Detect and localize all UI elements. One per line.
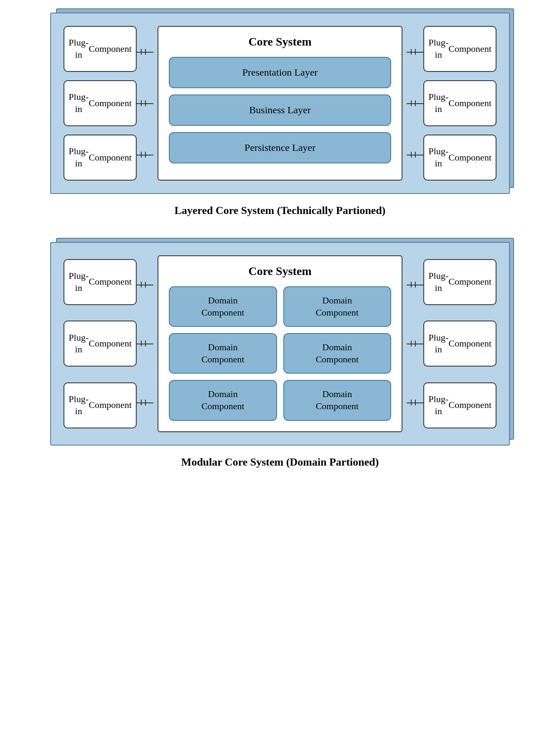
diagram1-caption: Layered Core System (Technically Partion… (50, 204, 510, 217)
diagram2-outer-box: Plug-in Component Plug-in Component Plug… (50, 242, 510, 446)
domain-3: DomainComponent (169, 333, 277, 374)
d2-right-plugin-2: Plug-in Component (423, 321, 496, 367)
left-plugin-3: Plug-in Component (64, 135, 137, 181)
diagram1-left-plugins: Plug-in Component Plug-in Component Plug… (64, 26, 137, 181)
right-connector-2 (407, 97, 423, 110)
left-connector-3 (137, 148, 153, 161)
left-connector-2 (137, 97, 153, 110)
diagram2-container: Plug-in Component Plug-in Component Plug… (50, 242, 510, 485)
left-plugin-1: Plug-in Component (64, 26, 137, 72)
diagram1-content: Plug-in Component Plug-in Component Plug… (64, 26, 496, 181)
left-connector-1 (137, 46, 153, 58)
domain-1: DomainComponent (169, 286, 277, 327)
left-plugin-2: Plug-in Component (64, 80, 137, 126)
diagram1-container: Plug-in Component Plug-in Component Plug… (50, 13, 510, 234)
d2-right-plugin-3: Plug-in Component (423, 382, 496, 428)
d2-right-connector-1 (407, 278, 423, 291)
layer-business: Business Layer (169, 94, 391, 126)
d2-left-connector-2 (137, 337, 153, 350)
diagram2-right-plugins: Plug-in Component Plug-in Component Plug… (423, 255, 496, 432)
right-plugin-2: Plug-in Component (423, 80, 496, 126)
diagram1-core-title: Core System (169, 35, 391, 48)
diagram2-right-connectors (407, 255, 423, 432)
domain-2: DomainComponent (283, 286, 392, 327)
layer-presentation: Presentation Layer (169, 57, 391, 88)
diagram2-left-plugins: Plug-in Component Plug-in Component Plug… (64, 255, 137, 432)
right-connector-1 (407, 46, 423, 58)
diagram1-left-connectors (137, 26, 153, 181)
d2-right-plugin-1: Plug-in Component (423, 259, 496, 305)
right-connector-3 (407, 148, 423, 161)
diagram1-right-connectors (407, 26, 423, 181)
diagram1-core-col: Core System Presentation Layer Business … (153, 26, 407, 181)
layer-persistence: Persistence Layer (169, 132, 391, 163)
domain-grid: DomainComponent DomainComponent DomainCo… (169, 286, 391, 421)
diagram2-core-title: Core System (169, 265, 391, 278)
d2-left-plugin-3: Plug-in Component (64, 382, 137, 428)
diagram2-left-connectors (137, 255, 153, 432)
d2-left-connector-1 (137, 278, 153, 291)
diagram2-core-box: Core System DomainComponent DomainCompon… (158, 255, 402, 432)
domain-5: DomainComponent (169, 380, 277, 420)
right-plugin-3: Plug-in Component (423, 135, 496, 181)
diagram1-core-box: Core System Presentation Layer Business … (158, 26, 402, 181)
domain-4: DomainComponent (283, 333, 392, 374)
diagram2-core-col: Core System DomainComponent DomainCompon… (153, 255, 407, 432)
d2-right-connector-2 (407, 337, 423, 350)
right-plugin-1: Plug-in Component (423, 26, 496, 72)
d2-right-connector-3 (407, 396, 423, 409)
domain-6: DomainComponent (283, 380, 392, 420)
d2-left-plugin-2: Plug-in Component (64, 321, 137, 367)
d2-left-plugin-1: Plug-in Component (64, 259, 137, 305)
diagram1-right-plugins: Plug-in Component Plug-in Component Plug… (423, 26, 496, 181)
diagram1-outer-box: Plug-in Component Plug-in Component Plug… (50, 13, 510, 194)
diagram2-content: Plug-in Component Plug-in Component Plug… (64, 255, 496, 432)
diagram2-caption: Modular Core System (Domain Partioned) (50, 456, 510, 469)
d2-left-connector-3 (137, 396, 153, 409)
